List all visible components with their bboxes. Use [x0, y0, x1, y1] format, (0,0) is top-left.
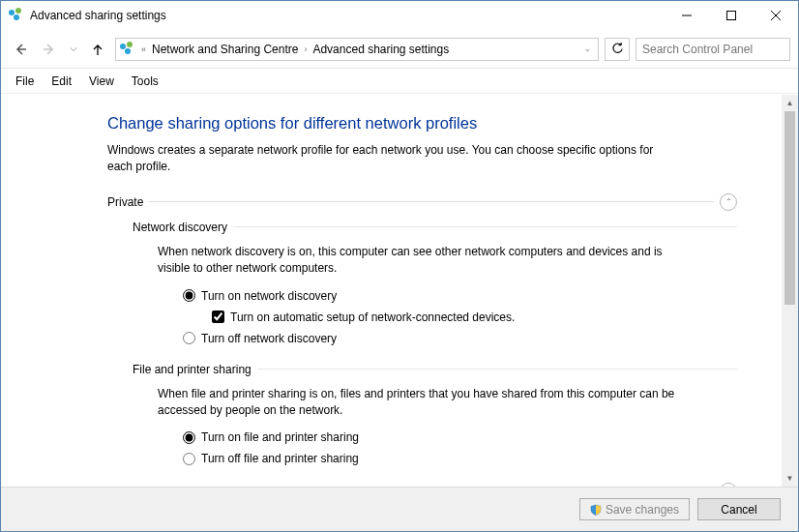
menu-view[interactable]: View	[80, 72, 123, 91]
up-button[interactable]	[86, 38, 109, 61]
menu-edit[interactable]: Edit	[43, 72, 80, 91]
content-area: Change sharing options for different net…	[1, 95, 782, 487]
collapse-up-icon[interactable]: ⌃	[720, 193, 737, 211]
radio-fps-on[interactable]: Turn on file and printer sharing	[183, 429, 737, 446]
search-box[interactable]	[636, 38, 790, 61]
radio-netdisc-on[interactable]: Turn on network discovery	[183, 287, 737, 305]
section-private-label: Private	[107, 195, 149, 209]
page-subhead: Windows creates a separate network profi…	[107, 142, 678, 176]
checkbox-netdisc-auto[interactable]: Turn on automatic setup of network-conne…	[212, 309, 737, 326]
forward-button	[38, 38, 61, 61]
page-heading: Change sharing options for different net…	[107, 114, 737, 133]
recent-dropdown[interactable]	[67, 38, 80, 61]
section-private-header[interactable]: Private ⌃	[107, 193, 737, 211]
search-input[interactable]	[642, 43, 787, 56]
app-icon	[9, 8, 24, 23]
subsection-file-printer-sharing: File and printer sharing	[133, 363, 737, 376]
window-title: Advanced sharing settings	[30, 9, 166, 22]
address-dropdown-icon[interactable]: ⌵	[581, 44, 594, 53]
nav-row: « Network and Sharing Centre › Advanced …	[1, 30, 798, 69]
title-bar: Advanced sharing settings	[1, 1, 798, 30]
radio-netdisc-off[interactable]: Turn off network discovery	[183, 330, 737, 347]
shield-icon	[590, 504, 602, 516]
breadcrumb-parent[interactable]: Network and Sharing Centre	[148, 43, 302, 56]
subsection-network-discovery: Network discovery	[133, 221, 737, 234]
close-button[interactable]	[754, 1, 798, 30]
scroll-up-button[interactable]: ▲	[782, 95, 798, 111]
breadcrumb-current[interactable]: Advanced sharing settings	[309, 43, 453, 56]
maximize-button[interactable]	[709, 1, 754, 30]
svg-rect-1	[727, 12, 736, 20]
menu-file[interactable]: File	[7, 72, 43, 91]
back-button[interactable]	[9, 38, 32, 61]
address-icon	[120, 42, 135, 57]
scroll-down-button[interactable]: ▼	[782, 470, 798, 487]
radio-fps-off[interactable]: Turn off file and printer sharing	[183, 450, 737, 467]
footer-bar: Save changes Cancel	[1, 487, 798, 531]
menu-bar: File Edit View Tools	[1, 69, 798, 94]
vertical-scrollbar[interactable]: ▲ ▼	[782, 95, 798, 487]
menu-tools[interactable]: Tools	[123, 72, 167, 91]
minimize-button[interactable]	[665, 1, 709, 30]
scroll-thumb[interactable]	[784, 111, 795, 305]
address-bar[interactable]: « Network and Sharing Centre › Advanced …	[115, 38, 599, 61]
refresh-button[interactable]	[605, 38, 630, 61]
cancel-button[interactable]: Cancel	[697, 498, 781, 520]
chevron-right-icon: ›	[302, 44, 309, 54]
save-changes-button[interactable]: Save changes	[579, 498, 690, 520]
netdisc-desc: When network discovery is on, this compu…	[158, 244, 680, 278]
chevron-left-icon[interactable]: «	[139, 44, 148, 54]
fps-desc: When file and printer sharing is on, fil…	[158, 386, 680, 420]
